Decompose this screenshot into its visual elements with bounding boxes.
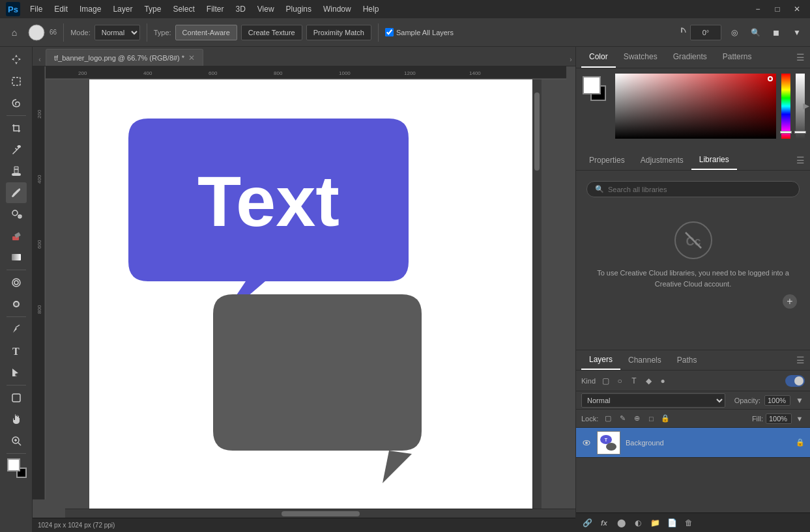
filter-smart-icon[interactable]: ● <box>657 375 669 387</box>
path-selection-tool[interactable] <box>6 362 27 383</box>
menu-image[interactable]: Image <box>74 3 106 16</box>
fill-decrement[interactable]: ▼ <box>794 413 805 424</box>
mask-icon[interactable]: ⬤ <box>615 517 627 529</box>
filter-toggle[interactable] <box>785 375 805 387</box>
visibility-toggle[interactable] <box>581 438 592 448</box>
filter-adjust-icon[interactable]: ○ <box>614 375 626 387</box>
tab-adjustments[interactable]: Adjustments <box>633 151 691 169</box>
menu-file[interactable]: File <box>25 3 48 16</box>
foreground-color[interactable] <box>7 458 20 471</box>
lock-pixels-icon[interactable]: ✎ <box>616 413 628 425</box>
hand-tool[interactable] <box>6 409 27 430</box>
tab-color[interactable]: Color <box>581 47 616 68</box>
menu-view[interactable]: View <box>252 3 280 16</box>
tab-layers[interactable]: Layers <box>581 350 620 370</box>
canvas-container[interactable]: 200400600800100012001400 200400600800 <box>33 66 575 509</box>
tab-close-button[interactable]: ✕ <box>188 53 195 63</box>
dodge-tool[interactable] <box>6 294 27 315</box>
menu-filter[interactable]: Filter <box>201 3 229 16</box>
fx-icon[interactable]: fx <box>598 517 610 529</box>
maximize-button[interactable]: □ <box>770 1 785 17</box>
sample-all-layers-input[interactable] <box>385 28 394 36</box>
color-picker-handle[interactable] <box>768 76 773 81</box>
opacity-decrement[interactable]: ▼ <box>794 395 805 406</box>
alpha-handle[interactable] <box>794 131 806 133</box>
tab-swatches[interactable]: Swatches <box>616 47 665 68</box>
filter-type-icon[interactable]: T <box>628 375 640 387</box>
mode-select[interactable]: Normal <box>94 25 140 40</box>
canvas-document[interactable]: Text <box>89 79 532 509</box>
hue-slider[interactable] <box>781 74 790 139</box>
new-layer-icon[interactable]: 📄 <box>666 517 678 529</box>
vertical-scroll-thumb[interactable] <box>534 92 540 171</box>
hue-handle[interactable] <box>780 131 792 133</box>
lasso-tool[interactable] <box>6 92 27 113</box>
menu-window[interactable]: Window <box>318 3 356 16</box>
adjustment-icon[interactable]: ◐ <box>632 517 644 529</box>
horizontal-scroll-thumb[interactable] <box>282 511 360 516</box>
tab-patterns[interactable]: Patterns <box>715 47 760 68</box>
tab-properties[interactable]: Properties <box>581 151 633 169</box>
fill-input[interactable]: 100% <box>766 413 792 424</box>
tab-libraries[interactable]: Libraries <box>691 150 737 170</box>
type-tool[interactable]: T <box>6 341 27 361</box>
eraser-tool[interactable] <box>6 225 27 246</box>
brush-tool[interactable] <box>6 182 27 203</box>
layer-row-background[interactable]: T Background 🔒 <box>576 428 810 458</box>
minimize-button[interactable]: − <box>750 1 766 17</box>
close-button[interactable]: ✕ <box>789 1 805 17</box>
lock-transparent-icon[interactable]: ▢ <box>602 413 614 425</box>
prop-menu-icon[interactable]: ☰ <box>796 155 805 165</box>
menu-select[interactable]: Select <box>167 3 199 16</box>
menu-edit[interactable]: Edit <box>49 3 73 16</box>
gradient-tool[interactable] <box>6 247 27 268</box>
lock-artboard-icon[interactable]: □ <box>645 413 657 425</box>
crop-tool[interactable] <box>6 118 27 139</box>
proximity-match-button[interactable]: Proximity Match <box>306 25 371 40</box>
menu-layer[interactable]: Layer <box>108 3 137 16</box>
fg-swatch[interactable] <box>583 76 601 94</box>
group-icon[interactable]: 📁 <box>649 517 661 529</box>
clone-stamp-tool[interactable] <box>6 204 27 225</box>
content-aware-button[interactable]: Content-Aware <box>175 25 237 40</box>
tab-gradients[interactable]: Gradients <box>665 47 715 68</box>
angle-input[interactable]: 0° <box>690 25 721 40</box>
panel-collapse-left[interactable]: ‹ <box>35 53 44 66</box>
tab-paths[interactable]: Paths <box>669 351 705 369</box>
menu-plugins[interactable]: Plugins <box>281 3 317 16</box>
delete-layer-icon[interactable]: 🗑 <box>683 517 695 529</box>
tab-channels[interactable]: Channels <box>620 351 669 369</box>
blend-mode-select[interactable]: Normal <box>581 393 725 408</box>
filter-shape-icon[interactable]: ◆ <box>643 375 654 387</box>
lock-all-icon[interactable]: 🔒 <box>659 413 671 425</box>
vertical-scrollbar[interactable] <box>532 79 542 509</box>
zoom-tool[interactable] <box>6 430 27 451</box>
healing-brush-tool[interactable] <box>6 161 27 182</box>
menu-help[interactable]: Help <box>358 3 384 16</box>
fg-bg-colors[interactable] <box>6 457 27 478</box>
target-icon[interactable]: ◎ <box>727 25 742 40</box>
layers-menu-icon[interactable]: ☰ <box>796 355 805 365</box>
eyedropper-tool[interactable] <box>6 139 27 160</box>
search-icon-toolbar[interactable]: 🔍 <box>747 25 763 40</box>
color-gradient-picker[interactable] <box>615 74 776 139</box>
menu-type[interactable]: Type <box>139 3 166 16</box>
sample-all-layers-checkbox[interactable]: Sample All Layers <box>385 28 454 36</box>
filter-pixel-icon[interactable]: ▢ <box>600 375 611 387</box>
rectangular-marquee-tool[interactable] <box>6 71 27 92</box>
create-texture-button[interactable]: Create Texture <box>241 25 302 40</box>
search-libraries-input[interactable] <box>608 186 791 193</box>
alpha-slider[interactable]: ► <box>796 74 805 139</box>
expand-icon[interactable]: ▼ <box>789 25 805 40</box>
horizontal-scrollbar[interactable] <box>65 509 575 518</box>
link-layers-icon[interactable]: 🔗 <box>581 517 593 529</box>
blur-tool[interactable] <box>6 272 27 293</box>
opacity-input[interactable]: 100% <box>764 395 790 406</box>
add-library-button[interactable]: + <box>783 294 797 309</box>
workspace-button[interactable]: ◼ <box>768 25 784 40</box>
panel-menu-icon[interactable]: ☰ <box>796 52 805 63</box>
lock-position-icon[interactable]: ⊕ <box>631 413 643 425</box>
panel-collapse-right[interactable]: › <box>566 53 575 66</box>
move-tool[interactable] <box>6 49 27 70</box>
pen-tool[interactable] <box>6 319 27 340</box>
